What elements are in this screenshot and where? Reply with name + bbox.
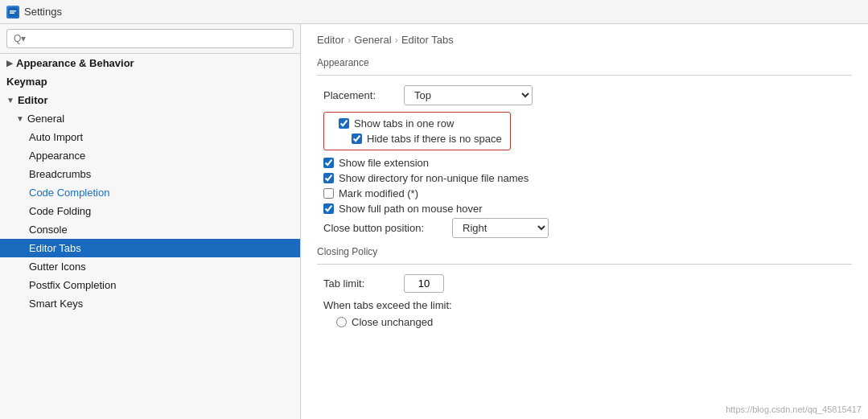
sidebar-item-auto-import[interactable]: Auto Import: [0, 128, 300, 146]
show-tabs-one-row-row: Show tabs in one row: [332, 117, 502, 129]
svg-rect-0: [8, 7, 18, 17]
sidebar-label: Appearance & Behavior: [16, 57, 134, 69]
sidebar-item-code-folding[interactable]: Code Folding: [0, 202, 300, 220]
sidebar-item-breadcrumbs[interactable]: Breadcrumbs: [0, 165, 300, 183]
mark-modified-row: Mark modified (*): [317, 187, 852, 199]
appearance-divider: [317, 75, 852, 76]
title-bar: Settings: [0, 0, 868, 24]
show-file-extension-row: Show file extension: [317, 157, 852, 169]
sidebar-item-editor-tabs[interactable]: Editor Tabs: [0, 239, 300, 257]
close-button-dropdown[interactable]: Right Left None: [452, 218, 549, 238]
breadcrumb-part1: Editor: [317, 34, 344, 46]
svg-rect-1: [10, 10, 16, 12]
sidebar-item-keymap[interactable]: Keymap: [0, 72, 300, 91]
chevron-icon: ▼: [6, 96, 14, 105]
show-directory-row: Show directory for non-unique file names: [317, 172, 852, 184]
show-tabs-one-row-checkbox[interactable]: [339, 118, 349, 129]
sidebar-label: Console: [29, 224, 68, 236]
main-container: ▶ Appearance & Behavior Keymap ▼ Editor …: [0, 24, 868, 419]
when-exceed-label: When tabs exceed the limit:: [317, 299, 852, 311]
svg-rect-2: [10, 12, 14, 14]
sidebar-label: Breadcrumbs: [29, 168, 91, 180]
close-unchanged-label: Close unchanged: [352, 316, 433, 328]
search-input[interactable]: [6, 29, 294, 48]
sidebar-item-gutter-icons[interactable]: Gutter Icons: [0, 257, 300, 276]
sidebar-label: Postfix Completion: [29, 279, 116, 291]
sidebar-label: Code Folding: [29, 205, 91, 217]
show-file-extension-label: Show file extension: [339, 157, 429, 169]
close-unchanged-row: Close unchanged: [317, 316, 852, 328]
breadcrumb-part2: General: [354, 34, 391, 46]
sidebar-item-code-completion[interactable]: Code Completion: [0, 183, 300, 202]
hide-tabs-no-space-label: Hide tabs if there is no space: [367, 133, 502, 145]
search-box[interactable]: [0, 24, 300, 54]
closing-policy-divider: [317, 264, 852, 265]
sidebar-label: Code Completion: [29, 187, 109, 199]
mark-modified-checkbox[interactable]: [323, 188, 334, 199]
breadcrumb-sep1: ›: [348, 34, 351, 46]
hide-tabs-no-space-row: Hide tabs if there is no space: [332, 133, 502, 145]
closing-policy-label: Closing Policy: [317, 246, 852, 257]
placement-row: Placement: Top Bottom Left Right None: [317, 85, 852, 105]
close-button-row: Close button position: Right Left None: [317, 218, 852, 238]
sidebar-item-general[interactable]: ▼ General: [0, 109, 300, 128]
show-full-path-checkbox[interactable]: [323, 203, 334, 214]
sidebar-label: Appearance: [29, 150, 85, 162]
breadcrumb-part3: Editor Tabs: [401, 34, 454, 46]
sidebar-item-postfix-completion[interactable]: Postfix Completion: [0, 276, 300, 294]
tab-limit-label: Tab limit:: [323, 277, 404, 290]
sidebar-label: Keymap: [6, 76, 47, 88]
sidebar-label: Editor: [18, 94, 48, 106]
chevron-icon: ▶: [6, 59, 13, 68]
placement-label: Placement:: [323, 89, 404, 101]
window-title: Settings: [24, 6, 62, 18]
sidebar-label: Editor Tabs: [29, 242, 81, 254]
sidebar-label: Auto Import: [29, 131, 83, 143]
tab-limit-input[interactable]: [404, 274, 444, 293]
show-directory-label: Show directory for non-unique file names: [339, 172, 529, 184]
content-area: Editor › General › Editor Tabs Appearanc…: [301, 24, 868, 419]
show-directory-checkbox[interactable]: [323, 173, 334, 183]
sidebar-item-editor[interactable]: ▼ Editor: [0, 91, 300, 109]
sidebar-label: Smart Keys: [29, 298, 83, 310]
sidebar: ▶ Appearance & Behavior Keymap ▼ Editor …: [0, 24, 301, 419]
sidebar-label: Gutter Icons: [29, 261, 86, 273]
sidebar-label: General: [27, 113, 64, 125]
sidebar-item-appearance[interactable]: Appearance: [0, 146, 300, 165]
chevron-icon: ▼: [16, 114, 24, 123]
highlighted-checkbox-group: Show tabs in one row Hide tabs if there …: [323, 112, 511, 150]
close-unchanged-radio[interactable]: [336, 317, 347, 327]
sidebar-item-appearance-behavior[interactable]: ▶ Appearance & Behavior: [0, 54, 300, 72]
placement-dropdown[interactable]: Top Bottom Left Right None: [404, 85, 533, 105]
show-file-extension-checkbox[interactable]: [323, 158, 334, 168]
show-tabs-one-row-label: Show tabs in one row: [354, 117, 454, 129]
breadcrumb: Editor › General › Editor Tabs: [317, 34, 852, 46]
show-full-path-label: Show full path on mouse hover: [339, 203, 483, 215]
mark-modified-label: Mark modified (*): [339, 187, 418, 199]
breadcrumb-sep2: ›: [395, 34, 398, 46]
show-full-path-row: Show full path on mouse hover: [317, 203, 852, 215]
sidebar-item-smart-keys[interactable]: Smart Keys: [0, 294, 300, 313]
tab-limit-row: Tab limit:: [317, 274, 852, 293]
app-icon: [6, 6, 19, 18]
close-button-label: Close button position:: [323, 222, 452, 234]
watermark: https://blog.csdn.net/qq_45815417: [726, 405, 862, 414]
hide-tabs-no-space-checkbox[interactable]: [352, 134, 362, 144]
sidebar-item-console[interactable]: Console: [0, 220, 300, 239]
appearance-section-label: Appearance: [317, 57, 852, 68]
